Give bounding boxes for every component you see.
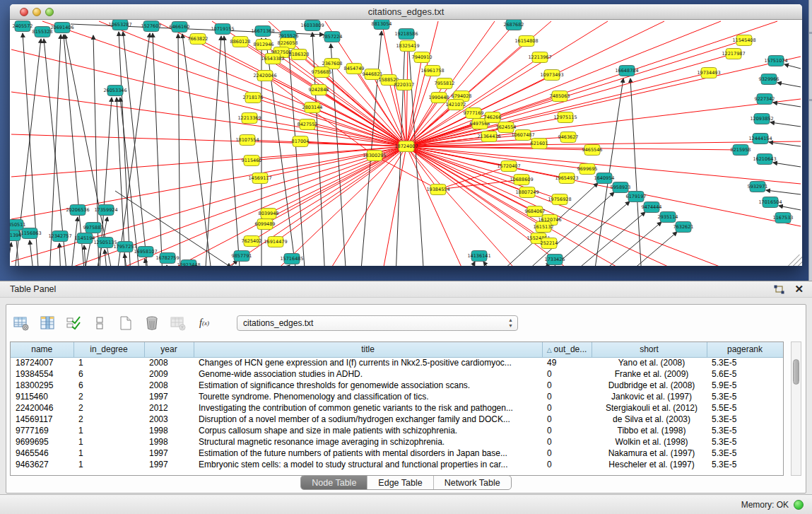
graph-node[interactable]: 8813054 bbox=[372, 20, 392, 30]
cell-title[interactable]: Changes of HCN gene expression and I(f) … bbox=[194, 357, 542, 368]
graph-node[interactable]: 9227342 bbox=[755, 94, 775, 105]
table-row[interactable]: 2242004622012Investigating the contribut… bbox=[11, 402, 783, 414]
graph-node[interactable]: 5958923 bbox=[611, 182, 631, 193]
tab-edge-table[interactable]: Edge Table bbox=[367, 476, 433, 489]
scrollbar-thumb[interactable] bbox=[793, 359, 799, 385]
graph-node[interactable]: 6179197 bbox=[626, 192, 647, 202]
cell-out-de-[interactable]: 0 bbox=[542, 436, 592, 448]
table-row[interactable]: 1872400712008Changes of HCN gene express… bbox=[11, 357, 783, 368]
cell-pagerank[interactable]: 5.3E-5 bbox=[707, 425, 783, 436]
graph-node[interactable]: 8039948 bbox=[259, 209, 279, 219]
graph-node[interactable]: 7955812 bbox=[435, 78, 455, 89]
graph-node[interactable]: 8155328 bbox=[33, 27, 53, 37]
cell-year[interactable]: 1998 bbox=[144, 436, 194, 448]
cell-year[interactable]: 1997 bbox=[144, 391, 194, 402]
column-header-in-degree[interactable]: in_degree bbox=[73, 342, 144, 357]
cell-in-degree[interactable]: 2 bbox=[73, 402, 144, 414]
graph-node[interactable]: 2405572 bbox=[13, 21, 33, 32]
table-row[interactable]: 969969511998Structural magnetic resonanc… bbox=[11, 436, 783, 448]
cell-name[interactable]: 19384554 bbox=[11, 368, 73, 380]
graph-node[interactable]: 20691406 bbox=[50, 23, 73, 33]
close-button[interactable] bbox=[20, 8, 28, 16]
node-table[interactable]: namein_degreeyeartitle△out_de...shortpag… bbox=[10, 341, 784, 476]
graph-node[interactable]: 7940910 bbox=[412, 52, 433, 63]
cell-name[interactable]: 18724007 bbox=[11, 357, 73, 368]
graph-node[interactable]: 15720407 bbox=[497, 161, 520, 172]
table-selector-dropdown[interactable]: citations_edges.txt ▲▼ bbox=[237, 315, 518, 331]
cell-out-de-[interactable]: 49 bbox=[542, 357, 592, 368]
graph-node[interactable]: 7632621 bbox=[673, 222, 694, 233]
network-window[interactable]: citations_edges.txt 24055728155328206914… bbox=[10, 4, 802, 266]
graph-node[interactable]: 7857224 bbox=[322, 32, 343, 42]
cell-year[interactable]: 2008 bbox=[144, 357, 194, 368]
graph-node[interactable]: 9756685 bbox=[312, 67, 332, 78]
graph-node[interactable]: 18107554 bbox=[235, 135, 259, 146]
graph-node[interactable]: 1145194 bbox=[75, 233, 95, 244]
table-mode-icon[interactable] bbox=[12, 314, 30, 332]
cell-year[interactable]: 2012 bbox=[144, 402, 194, 414]
cell-in-degree[interactable]: 1 bbox=[73, 425, 144, 436]
cell-title[interactable]: Corpus callosum shape and size in male p… bbox=[194, 425, 542, 436]
graph-node[interactable]: 2718176 bbox=[243, 93, 264, 103]
cell-in-degree[interactable]: 1 bbox=[73, 459, 144, 470]
column-header-pagerank[interactable]: pagerank bbox=[707, 342, 783, 357]
column-header-year[interactable]: year bbox=[144, 342, 194, 357]
cell-in-degree[interactable]: 6 bbox=[73, 380, 144, 391]
table-row[interactable]: 1938455462009Genome-wide association stu… bbox=[11, 368, 783, 380]
zoom-button[interactable] bbox=[45, 8, 54, 16]
graph-node[interactable]: 1527607 bbox=[141, 21, 162, 32]
graph-node[interactable]: 15751074 bbox=[764, 56, 787, 66]
graph-node[interactable]: 19756928 bbox=[548, 194, 571, 205]
graph-node[interactable]: 2687682 bbox=[504, 20, 524, 30]
graph-node[interactable]: 20206536 bbox=[66, 205, 89, 216]
cell-in-degree[interactable]: 1 bbox=[73, 357, 144, 368]
graph-node[interactable]: 14569117 bbox=[248, 173, 271, 184]
citation-graph[interactable]: 2405572815532820691406106532871527607646… bbox=[10, 20, 802, 266]
cell-short[interactable]: Nakamura et al. (1997) bbox=[592, 448, 707, 459]
graph-node[interactable]: 9975887 bbox=[83, 223, 104, 233]
graph-node[interactable]: 17359924 bbox=[94, 205, 117, 216]
graph-node[interactable]: 12217987 bbox=[722, 49, 745, 59]
cell-name[interactable]: 9115460 bbox=[11, 391, 73, 402]
cell-year[interactable]: 2008 bbox=[144, 380, 194, 391]
graph-node[interactable]: 7663822 bbox=[188, 34, 208, 45]
graph-node[interactable]: 16154808 bbox=[514, 36, 538, 47]
graph-node[interactable]: 8454749 bbox=[344, 64, 365, 74]
graph-node[interactable]: 8912946 bbox=[254, 40, 274, 50]
cell-title[interactable]: Disruption of a novel member of a sodium… bbox=[194, 414, 542, 425]
graph-node[interactable]: 9699695 bbox=[577, 164, 598, 175]
cell-title[interactable]: Genome-wide association studies in ADHD. bbox=[194, 368, 542, 380]
cell-name[interactable]: 9777169 bbox=[11, 425, 73, 436]
cell-name[interactable]: 18300295 bbox=[11, 380, 73, 391]
cell-in-degree[interactable]: 1 bbox=[73, 436, 144, 448]
resize-grip-icon[interactable] bbox=[787, 250, 801, 264]
cell-out-de-[interactable]: 0 bbox=[542, 391, 592, 402]
cell-year[interactable]: 1997 bbox=[144, 448, 194, 459]
cell-out-de-[interactable]: 0 bbox=[542, 425, 592, 436]
graph-node[interactable]: 12213369 bbox=[237, 113, 261, 124]
cell-title[interactable]: Estimation of the future numbers of pati… bbox=[194, 448, 542, 459]
graph-node[interactable]: 8427552 bbox=[298, 119, 318, 130]
tab-network-table[interactable]: Network Table bbox=[434, 476, 511, 489]
column-header-short[interactable]: short bbox=[592, 342, 707, 357]
graph-node[interactable]: 8860128 bbox=[230, 37, 251, 47]
cell-title[interactable]: Tourette syndrome. Phenomenology and cla… bbox=[194, 391, 542, 402]
graph-node[interactable]: 19384554 bbox=[426, 185, 449, 195]
cell-out-de-[interactable]: 0 bbox=[542, 414, 592, 425]
graph-node[interactable]: 19218586 bbox=[394, 29, 418, 40]
graph-node[interactable]: 1733426 bbox=[545, 255, 565, 265]
delete-table-icon[interactable] bbox=[169, 314, 187, 332]
cell-short[interactable]: Dudbridge et al. (2008) bbox=[592, 380, 707, 391]
graph-node[interactable]: 19734493 bbox=[697, 68, 720, 78]
graph-node[interactable]: 2803144 bbox=[302, 103, 323, 113]
cell-out-de-[interactable]: 0 bbox=[542, 448, 592, 459]
select-columns-icon[interactable] bbox=[64, 314, 83, 332]
graph-node[interactable]: 2935114 bbox=[658, 212, 678, 223]
graph-node[interactable]: 8186328 bbox=[289, 49, 310, 60]
cell-in-degree[interactable]: 2 bbox=[73, 414, 144, 425]
table-row[interactable]: 911546021997Tourette syndrome. Phenomeno… bbox=[11, 391, 783, 402]
graph-node[interactable]: 18325419 bbox=[396, 41, 419, 52]
graph-node[interactable]: 16033809 bbox=[300, 21, 324, 31]
cell-short[interactable]: Stergiakouli et al. (2012) bbox=[592, 402, 707, 414]
table-row[interactable]: 946362711997Embryonic stem cells: a mode… bbox=[11, 459, 783, 470]
